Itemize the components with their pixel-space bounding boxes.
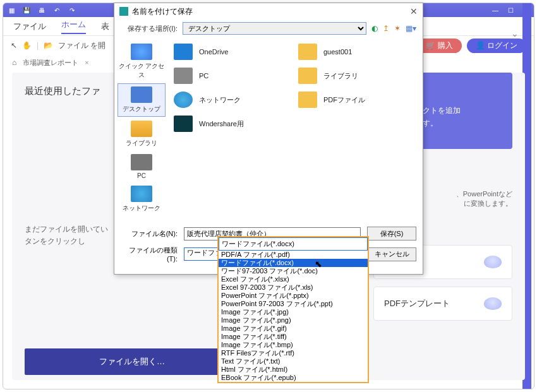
maximize-icon[interactable]: ☐ — [506, 6, 515, 15]
back-icon[interactable]: ◐ — [371, 24, 378, 33]
open-file-label[interactable]: ファイル を開 — [58, 40, 106, 51]
folder-pc[interactable]: PC — [174, 68, 293, 84]
filetype-option[interactable]: Excel 97-2003 ファイル(*.xls) — [219, 283, 368, 292]
folder-guest[interactable]: guest001 — [298, 44, 418, 60]
redo-icon[interactable]: ↷ — [68, 6, 76, 15]
place-desktop[interactable]: デスクトップ — [118, 83, 166, 117]
save-button[interactable]: 保存(S) — [367, 227, 416, 241]
print-icon[interactable]: 🖶 — [37, 6, 46, 15]
filetype-dropdown[interactable]: ワードファイル(*.docx) PDF/A ファイル(*.pdf)ワードファイル… — [217, 236, 369, 383]
folder-pdffile[interactable]: PDFファイル — [298, 92, 418, 108]
app-logo-icon: ▦ — [7, 6, 16, 15]
filetype-option[interactable]: Excel ファイル(*.xlsx) — [219, 275, 368, 283]
tab-home[interactable]: ホーム — [61, 19, 86, 34]
tab-file[interactable]: ファイル — [13, 21, 46, 32]
filetype-label: ファイルの種類(T): — [121, 246, 178, 263]
filetype-option[interactable]: Image ファイル(*.png) — [219, 316, 368, 324]
filetype-option[interactable]: PDF/A ファイル(*.pdf) — [219, 251, 368, 259]
dialog-logo-icon — [119, 7, 128, 16]
filetype-option[interactable]: Image ファイル(*.gif) — [219, 324, 368, 333]
undo-icon[interactable]: ↶ — [52, 6, 61, 15]
filetype-option[interactable]: ワードファイル(*.docx) — [219, 259, 368, 267]
save-icon[interactable]: 💾 — [22, 6, 31, 15]
login-button[interactable]: 👤 ログイン — [467, 39, 526, 53]
dialog-title: 名前を付けて保存 — [132, 6, 193, 17]
filetype-option[interactable]: RTF Filesファイル(*.rtf) — [219, 349, 368, 357]
close-tab-icon[interactable]: × — [85, 59, 88, 66]
place-library[interactable]: ライブラリ — [118, 118, 166, 150]
tab-display[interactable]: 表 — [101, 21, 109, 32]
places-bar: クイック アクセス デスクトップ ライブラリ PC ネットワーク — [114, 37, 169, 219]
filetype-option[interactable]: PowerPoint 97-2003 ファイル(*.ppt) — [219, 300, 368, 308]
filetype-select-head[interactable]: ワードファイル(*.docx) — [219, 237, 368, 251]
new-folder-icon[interactable]: ✶ — [394, 24, 401, 33]
view-menu-icon[interactable]: ▦▾ — [406, 24, 416, 33]
cursor-tool-icon[interactable]: ↖ — [11, 41, 17, 50]
filetype-option[interactable]: Text ファイル(*.txt) — [219, 357, 368, 365]
card-template[interactable]: PDFテンプレート — [373, 287, 512, 321]
save-in-select[interactable]: デスクトップ — [183, 22, 366, 35]
filetype-option[interactable]: PowerPoint ファイル(*.pptx) — [219, 292, 368, 300]
filetype-option[interactable]: Image ファイル(*.jpg) — [219, 308, 368, 316]
place-quick-access[interactable]: クイック アクセス — [118, 41, 166, 82]
folder-library[interactable]: ライブラリ — [298, 68, 418, 84]
filetype-option[interactable]: Html ファイル(*.html) — [219, 365, 368, 374]
filename-label: ファイル名(N): — [121, 229, 178, 239]
filetype-option[interactable]: Image ファイル(*.bmp) — [219, 341, 368, 349]
save-as-dialog: 名前を付けて保存 ✕ 保存する場所(I): デスクトップ ◐ ↥ ✶ ▦▾ クイ… — [114, 3, 423, 275]
buy-button[interactable]: 🛒 購入 — [417, 39, 461, 53]
hand-tool-icon[interactable]: ✋ — [22, 41, 32, 50]
cancel-button[interactable]: キャンセル — [367, 247, 416, 261]
save-in-label: 保存する場所(I): — [121, 24, 178, 33]
minimize-icon[interactable]: — — [491, 6, 500, 15]
dialog-titlebar: 名前を付けて保存 ✕ — [114, 3, 423, 20]
filetype-option[interactable]: EBook ファイル(*.epub) — [219, 374, 368, 382]
disc-icon — [484, 297, 502, 310]
folder-network[interactable]: ネットワーク — [174, 92, 293, 108]
folder-wondershare[interactable]: Wndershare用 — [174, 116, 293, 132]
disc-icon — [484, 256, 502, 268]
cursor-icon: ⬉ — [315, 259, 322, 269]
filetype-option[interactable]: ワード97-2003 ファイル(*.doc) — [219, 267, 368, 275]
folder-view[interactable]: OneDrive guest001 PC ライブラリ ネットワーク PDFファイ… — [169, 37, 423, 219]
place-pc[interactable]: PC — [118, 151, 166, 182]
document-tab[interactable]: 市場調査レポート — [23, 58, 78, 68]
dialog-close-icon[interactable]: ✕ — [410, 6, 418, 16]
chevron-down-icon[interactable]: ⌄ — [511, 28, 519, 39]
home-icon[interactable]: ⌂ — [12, 58, 16, 67]
open-file-button[interactable]: ファイルを開く… — [25, 348, 239, 375]
place-network[interactable]: ネットワーク — [118, 183, 166, 215]
folder-onedrive[interactable]: OneDrive — [174, 44, 293, 60]
up-icon[interactable]: ↥ — [383, 24, 389, 33]
filetype-option[interactable]: Image ファイル(*.tiff) — [219, 333, 368, 341]
open-folder-icon[interactable]: 📂 — [44, 41, 53, 50]
